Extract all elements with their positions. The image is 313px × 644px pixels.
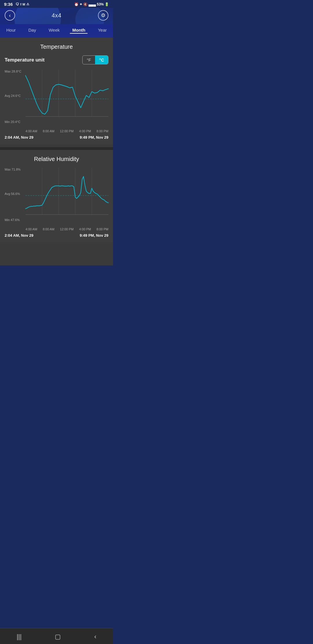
temp-x-label-1: 8:00 AM [43, 129, 54, 133]
unit-celsius-button[interactable]: °C [95, 56, 108, 64]
deco-circle-1 [14, 8, 61, 24]
temp-time-start: 2:04 AM, Nov 29 [5, 135, 33, 140]
hum-time-start: 2:04 AM, Nov 29 [5, 233, 33, 238]
hum-x-labels: 4:00 AM 8:00 AM 12:00 PM 4:00 PM 8:00 PM [5, 227, 108, 231]
gmail-icon: M [23, 3, 25, 6]
bluetooth-icon: ✦ [79, 2, 82, 6]
temp-time-range: 2:04 AM, Nov 29 9:49 PM, Nov 29 [5, 135, 108, 140]
section-divider [0, 147, 113, 150]
unit-label: Temperature unit [5, 57, 45, 63]
mute-icon: 🔇 [83, 2, 88, 6]
temperature-chart-svg [26, 70, 108, 122]
tab-year[interactable]: Year [96, 27, 109, 34]
header: ‹ 4x4 ⚙ [0, 8, 113, 24]
hum-avg-label: Avg 56.6% [5, 192, 20, 196]
alarm-icon: ⏰ [74, 2, 79, 6]
temp-x-label-4: 8:00 PM [97, 129, 108, 133]
humidity-svg-container [26, 168, 108, 220]
battery-icon: 🔋 [105, 2, 109, 6]
humidity-card: Relative Humidity Max 71.8% Avg 56.6% Mi… [0, 150, 113, 242]
temp-max-label: Max 28.8°C [5, 70, 21, 73]
hum-x-label-4: 8:00 PM [97, 227, 108, 231]
temperature-chart-area: Max 28.8°C Avg 24.6°C Min 20.4°C [5, 70, 108, 128]
back-button[interactable]: ‹ [5, 10, 15, 21]
tab-day[interactable]: Day [26, 27, 39, 34]
hum-x-label-3: 4:00 PM [79, 227, 91, 231]
temperature-title: Temperature [5, 44, 108, 50]
status-bar: 9:36 🗨 f M ⚠ ⏰ ✦ 🔇 ▄▄▄ 53% 🔋 [0, 0, 113, 8]
deco-circle-2 [75, 8, 104, 24]
warning-icon: ⚠ [26, 2, 29, 6]
facebook-icon: f [20, 3, 21, 6]
temp-time-end: 9:49 PM, Nov 29 [80, 135, 108, 140]
main-content: Temperature Temperature unit °F °C Max 2… [0, 38, 113, 265]
temp-min-label: Min 20.4°C [5, 120, 21, 124]
bottom-spacer [0, 242, 113, 260]
temp-x-label-0: 4:00 AM [26, 129, 37, 133]
temp-x-label-3: 4:00 PM [79, 129, 91, 133]
hum-x-label-0: 4:00 AM [26, 227, 37, 231]
signal-icon: ▄▄▄ [88, 2, 96, 6]
hum-x-label-1: 8:00 AM [43, 227, 54, 231]
temperature-card: Temperature Temperature unit °F °C Max 2… [0, 38, 113, 144]
tab-bar: Hour Day Week Month Year [0, 24, 113, 38]
status-left: 9:36 🗨 f M ⚠ [4, 2, 29, 7]
hum-time-end: 9:49 PM, Nov 29 [80, 233, 108, 238]
tab-month[interactable]: Month [70, 27, 88, 34]
status-time: 9:36 [4, 2, 13, 7]
tab-week[interactable]: Week [46, 27, 62, 34]
hum-x-label-2: 12:00 PM [60, 227, 74, 231]
temp-avg-label: Avg 24.6°C [5, 94, 21, 97]
temperature-svg-container [26, 70, 108, 122]
humidity-chart-area: Max 71.8% Avg 56.6% Min 47.6% [5, 168, 108, 226]
unit-toggle: °F °C [82, 55, 108, 64]
humidity-title: Relative Humidity [5, 156, 108, 162]
status-right: ⏰ ✦ 🔇 ▄▄▄ 53% 🔋 [74, 2, 109, 6]
tab-hour[interactable]: Hour [4, 27, 18, 34]
hum-time-range: 2:04 AM, Nov 29 9:49 PM, Nov 29 [5, 233, 108, 238]
hum-min-label: Min 47.6% [5, 218, 20, 222]
humidity-chart-svg [26, 168, 108, 220]
temp-x-labels: 4:00 AM 8:00 AM 12:00 PM 4:00 PM 8:00 PM [5, 129, 108, 133]
temp-x-label-2: 12:00 PM [60, 129, 74, 133]
hum-max-label: Max 71.8% [5, 168, 21, 171]
unit-fahrenheit-button[interactable]: °F [83, 56, 95, 64]
messenger-icon: 🗨 [16, 2, 19, 6]
battery-text: 53% [97, 2, 104, 6]
unit-row: Temperature unit °F °C [5, 55, 108, 64]
